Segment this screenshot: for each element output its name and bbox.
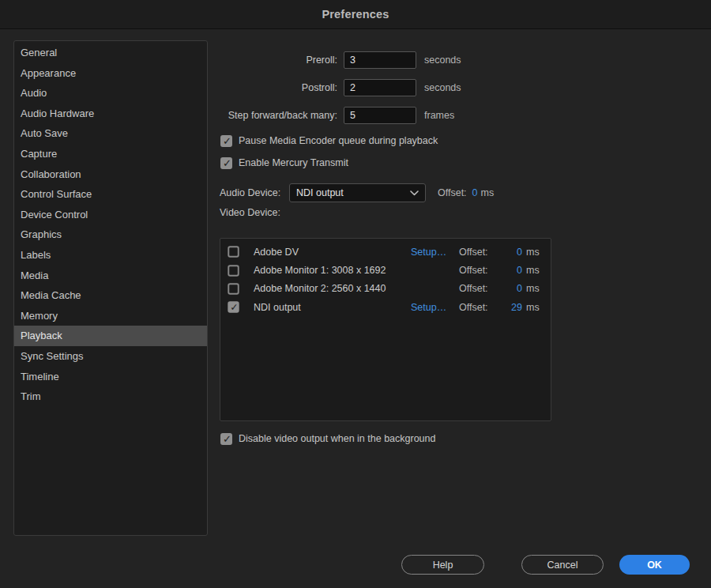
sidebar-item-memory[interactable]: Memory [14, 306, 207, 326]
offset-label: Offset: [459, 283, 500, 294]
ndi-output-setup-link[interactable]: Setup… [411, 302, 459, 313]
sidebar-item-sync-settings[interactable]: Sync Settings [14, 346, 207, 367]
ok-button[interactable]: OK [619, 555, 690, 575]
step-label: Step forward/back many: [220, 110, 337, 121]
sidebar-item-device-control[interactable]: Device Control [14, 205, 207, 225]
sidebar-item-capture[interactable]: Capture [14, 144, 207, 164]
offset-label: Offset: [459, 247, 500, 258]
preroll-label: Preroll: [220, 55, 337, 66]
audio-device-row: Audio Device: NDI output Offset: 0 ms [220, 183, 494, 202]
audio-device-value: NDI output [296, 187, 410, 198]
video-device-row-monitor-1: Adobe Monitor 1: 3008 x 1692 Offset: 0 m… [220, 261, 551, 279]
audio-offset-label: Offset: [438, 187, 467, 198]
title-bar: Preferences [0, 0, 711, 29]
monitor-2-checkbox[interactable] [228, 283, 239, 294]
sidebar-item-trim[interactable]: Trim [14, 386, 207, 407]
ndi-output-checkbox[interactable] [228, 302, 239, 313]
chevron-down-icon [410, 190, 419, 196]
mercury-transmit-checkbox[interactable] [220, 157, 232, 169]
sidebar-item-control-surface[interactable]: Control Surface [14, 184, 207, 205]
offset-unit: ms [522, 283, 543, 294]
disable-bg-label: Disable video output when in the backgro… [239, 433, 435, 444]
pause-encoder-row: Pause Media Encoder queue during playbac… [220, 134, 438, 147]
preferences-dialog: Preferences General Appearance Audio Aud… [0, 0, 711, 588]
preroll-row: Preroll: seconds [220, 51, 461, 69]
audio-device-select[interactable]: NDI output [289, 183, 426, 202]
audio-offset-unit: ms [481, 187, 495, 198]
disable-bg-checkbox[interactable] [220, 433, 232, 445]
device-name: Adobe Monitor 2: 2560 x 1440 [246, 283, 411, 294]
offset-value[interactable]: 0 [500, 283, 522, 294]
offset-value[interactable]: 29 [500, 302, 522, 313]
video-device-list: Adobe DV Setup… Offset: 0 ms Adobe Monit… [220, 238, 551, 421]
mercury-transmit-row: Enable Mercury Transmit [220, 156, 348, 169]
postroll-row: Postroll: seconds [220, 79, 461, 96]
preroll-unit: seconds [424, 55, 461, 66]
video-device-row-adobe-dv: Adobe DV Setup… Offset: 0 ms [220, 243, 551, 261]
offset-label: Offset: [459, 265, 500, 276]
category-list: General Appearance Audio Audio Hardware … [13, 40, 208, 536]
pause-encoder-label: Pause Media Encoder queue during playbac… [239, 135, 438, 146]
pause-encoder-checkbox[interactable] [220, 135, 232, 147]
dialog-title: Preferences [322, 8, 389, 21]
postroll-label: Postroll: [220, 82, 337, 93]
adobe-dv-setup-link[interactable]: Setup… [411, 247, 459, 258]
help-button[interactable]: Help [401, 555, 484, 575]
step-input[interactable] [344, 107, 416, 124]
sidebar-item-labels[interactable]: Labels [14, 245, 207, 266]
audio-offset-value[interactable]: 0 [472, 187, 478, 198]
offset-unit: ms [522, 302, 543, 313]
video-device-row-ndi-output: NDI output Setup… Offset: 29 ms [220, 298, 551, 316]
offset-value[interactable]: 0 [500, 265, 522, 276]
mercury-transmit-label: Enable Mercury Transmit [239, 157, 348, 168]
monitor-1-checkbox[interactable] [228, 265, 239, 276]
device-name: Adobe Monitor 1: 3008 x 1692 [246, 265, 411, 276]
sidebar-item-general[interactable]: General [14, 43, 207, 63]
cancel-button[interactable]: Cancel [521, 555, 604, 575]
sidebar-item-timeline[interactable]: Timeline [14, 367, 207, 387]
sidebar-item-media-cache[interactable]: Media Cache [14, 285, 207, 306]
sidebar-item-auto-save[interactable]: Auto Save [14, 123, 207, 144]
offset-label: Offset: [459, 302, 500, 313]
step-unit: frames [424, 110, 454, 121]
postroll-unit: seconds [424, 82, 461, 93]
offset-unit: ms [522, 265, 543, 276]
audio-device-label: Audio Device: [220, 187, 289, 198]
postroll-input[interactable] [344, 79, 416, 96]
sidebar-item-appearance[interactable]: Appearance [14, 63, 207, 84]
video-device-label: Video Device: [220, 207, 280, 218]
sidebar-item-playback[interactable]: Playback [14, 326, 207, 346]
video-device-row-monitor-2: Adobe Monitor 2: 2560 x 1440 Offset: 0 m… [220, 280, 551, 298]
offset-value[interactable]: 0 [500, 247, 522, 258]
offset-unit: ms [522, 247, 543, 258]
sidebar-item-audio[interactable]: Audio [14, 83, 207, 104]
disable-bg-row: Disable video output when in the backgro… [220, 432, 435, 445]
adobe-dv-checkbox[interactable] [228, 246, 239, 257]
step-row: Step forward/back many: frames [220, 107, 454, 124]
device-name: NDI output [246, 302, 411, 313]
preroll-input[interactable] [344, 51, 416, 69]
device-name: Adobe DV [246, 247, 411, 258]
sidebar-item-media[interactable]: Media [14, 266, 207, 286]
sidebar-item-collaboration[interactable]: Collaboration [14, 164, 207, 185]
sidebar-item-audio-hardware[interactable]: Audio Hardware [14, 104, 207, 124]
sidebar-item-graphics[interactable]: Graphics [14, 224, 207, 245]
